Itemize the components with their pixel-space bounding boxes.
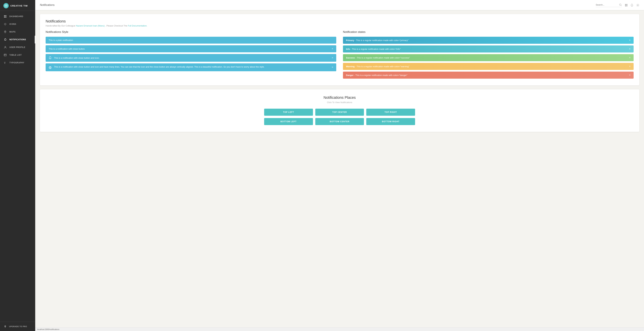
search-icon[interactable] bbox=[619, 3, 622, 6]
notif-primary: Primary - This is a regular notification… bbox=[343, 37, 634, 44]
svg-rect-16 bbox=[626, 4, 628, 5]
notif-success: Success - This is a regular notification… bbox=[343, 54, 634, 61]
sidebar: CREATIVE TIM DASHBOARD ICONS bbox=[0, 0, 35, 331]
svg-point-7 bbox=[5, 46, 6, 47]
sidebar-item-label: ICONS bbox=[10, 23, 16, 25]
notif-plain-text: This is a plain notification bbox=[49, 39, 333, 42]
sidebar-item-typography[interactable]: T TYPOGRAPHY bbox=[0, 59, 35, 66]
bottom-left-button[interactable]: BOTTOM LEFT bbox=[264, 118, 313, 125]
card-subtitle: Handcrafted By Our Colleague Nazare Eman… bbox=[46, 24, 634, 27]
topbar: Notifications bbox=[35, 0, 644, 10]
svg-point-12 bbox=[5, 326, 6, 327]
notif-danger-text: Danger - This is a regular notification … bbox=[346, 74, 627, 76]
sidebar-item-label: DASHBOARD bbox=[10, 15, 23, 18]
svg-rect-2 bbox=[5, 15, 6, 16]
notif-plain: This is a plain notification bbox=[46, 37, 336, 44]
top-center-button[interactable]: TOP CENTER bbox=[315, 109, 364, 116]
upgrade-button[interactable]: UPGRADE TO PRO bbox=[3, 325, 32, 328]
notif-danger: Danger - This is a regular notification … bbox=[343, 72, 634, 79]
svg-point-5 bbox=[5, 31, 6, 32]
close-success[interactable]: × bbox=[629, 56, 630, 59]
style-section-title: Notifications Style bbox=[46, 30, 336, 34]
svg-rect-1 bbox=[4, 15, 5, 16]
notif-with-close: This is a notification with close button… bbox=[46, 45, 336, 52]
sidebar-item-icons[interactable]: ICONS bbox=[0, 20, 35, 28]
states-section-title: Notification states bbox=[343, 30, 634, 34]
top-left-button[interactable]: TOP LEFT bbox=[264, 109, 313, 116]
bottom-center-button[interactable]: BOTTOM CENTER bbox=[315, 118, 364, 125]
notif-close-text: This is a notification with close button… bbox=[49, 48, 330, 50]
close-button-3[interactable]: × bbox=[332, 66, 333, 68]
settings-icon[interactable] bbox=[636, 3, 639, 7]
svg-rect-15 bbox=[625, 4, 626, 5]
sidebar-item-table-list[interactable]: TABLE LIST bbox=[0, 51, 35, 59]
two-col-layout: Notifications Style This is a plain noti… bbox=[46, 30, 634, 80]
notifications-card: Notifications Handcrafted By Our Colleag… bbox=[40, 14, 639, 85]
sidebar-footer: UPGRADE TO PRO bbox=[0, 322, 35, 331]
places-card: Notifications Places Click To View Notif… bbox=[40, 89, 639, 132]
top-right-button[interactable]: TOP RIGHT bbox=[366, 109, 415, 116]
places-subtitle: Click To View Notifications bbox=[46, 101, 634, 104]
close-button-2[interactable]: × bbox=[332, 56, 333, 59]
card-title: Notifications bbox=[46, 19, 634, 24]
subtitle-plain: Handcrafted By Our Colleague bbox=[46, 24, 76, 27]
notif-warning-text: Warning - This is a regular notification… bbox=[346, 65, 627, 68]
search-input[interactable] bbox=[596, 4, 619, 6]
notif-icon-close-text: This is a notification with close button… bbox=[54, 57, 330, 59]
svg-point-20 bbox=[638, 5, 638, 6]
brand-name: CREATIVE TIM bbox=[10, 4, 28, 7]
close-info[interactable]: × bbox=[629, 48, 630, 50]
main-content: Notifications bbox=[35, 0, 644, 331]
style-section: Notifications Style This is a plain noti… bbox=[46, 30, 336, 80]
sidebar-brand[interactable]: CREATIVE TIM bbox=[0, 0, 35, 11]
sidebar-item-notifications[interactable]: NOTIFICATIONS bbox=[0, 36, 35, 44]
grid-icon[interactable] bbox=[625, 3, 628, 7]
rocket-icon bbox=[3, 325, 7, 328]
subtitle-link2[interactable]: Full Documentation. bbox=[128, 24, 147, 27]
pin-icon bbox=[3, 30, 7, 34]
close-danger[interactable]: × bbox=[629, 74, 630, 76]
notif-info: Info - This is a regular notification ma… bbox=[343, 46, 634, 52]
bottom-right-button[interactable]: BOTTOM RIGHT bbox=[366, 118, 415, 125]
search-bar[interactable] bbox=[596, 3, 622, 7]
places-title: Notifications Places bbox=[46, 96, 634, 100]
svg-point-13 bbox=[620, 4, 621, 6]
sidebar-item-label: NOTIFICATIONS bbox=[10, 38, 26, 41]
upgrade-label: UPGRADE TO PRO bbox=[9, 326, 27, 328]
notification-bell-icon[interactable] bbox=[630, 3, 633, 7]
svg-rect-3 bbox=[4, 16, 5, 18]
bell-icon bbox=[3, 38, 7, 42]
card-header: Notifications Handcrafted By Our Colleag… bbox=[46, 19, 634, 27]
notif-info-text: Info - This is a regular notification ma… bbox=[346, 48, 627, 50]
svg-text:T: T bbox=[4, 62, 6, 64]
svg-rect-18 bbox=[626, 5, 628, 6]
notif-with-icon-close: This is a notification with close button… bbox=[46, 54, 336, 62]
notif-multiline: This is a notification with close button… bbox=[46, 64, 336, 71]
type-icon: T bbox=[3, 61, 7, 64]
close-warning[interactable]: × bbox=[629, 65, 630, 68]
notif-multiline-text: This is a notification with close button… bbox=[54, 66, 330, 68]
sidebar-item-user-profile[interactable]: USER PROFILE bbox=[0, 44, 35, 51]
sidebar-item-dashboard[interactable]: DASHBOARD bbox=[0, 12, 35, 20]
table-icon bbox=[3, 53, 7, 57]
notif-success-text: Success - This is a regular notification… bbox=[346, 56, 627, 59]
svg-rect-8 bbox=[4, 54, 6, 56]
close-button-1[interactable]: × bbox=[332, 48, 333, 50]
topbar-actions bbox=[596, 3, 639, 7]
notif-bell-icon bbox=[49, 56, 52, 60]
subtitle-middle: . Please Checkout The bbox=[105, 24, 128, 27]
user-icon bbox=[3, 46, 7, 49]
sidebar-item-maps[interactable]: MAPS bbox=[0, 28, 35, 36]
page-content: Notifications Handcrafted By Our Colleag… bbox=[35, 10, 644, 328]
brand-icon bbox=[3, 3, 9, 8]
states-section: Notification states Primary - This is a … bbox=[343, 30, 634, 80]
close-primary[interactable]: × bbox=[629, 39, 630, 42]
subtitle-link1[interactable]: Nazare Emanuel-Ioan (Manu) bbox=[76, 24, 105, 27]
sidebar-item-label: MAPS bbox=[10, 31, 16, 33]
dashboard-icon bbox=[3, 14, 7, 18]
diamond-icon bbox=[3, 22, 7, 26]
status-url: localhost:3000/notifications bbox=[37, 328, 59, 330]
sidebar-item-label: TABLE LIST bbox=[10, 54, 22, 56]
svg-rect-4 bbox=[5, 16, 6, 18]
sidebar-item-label: TYPOGRAPHY bbox=[10, 62, 24, 64]
